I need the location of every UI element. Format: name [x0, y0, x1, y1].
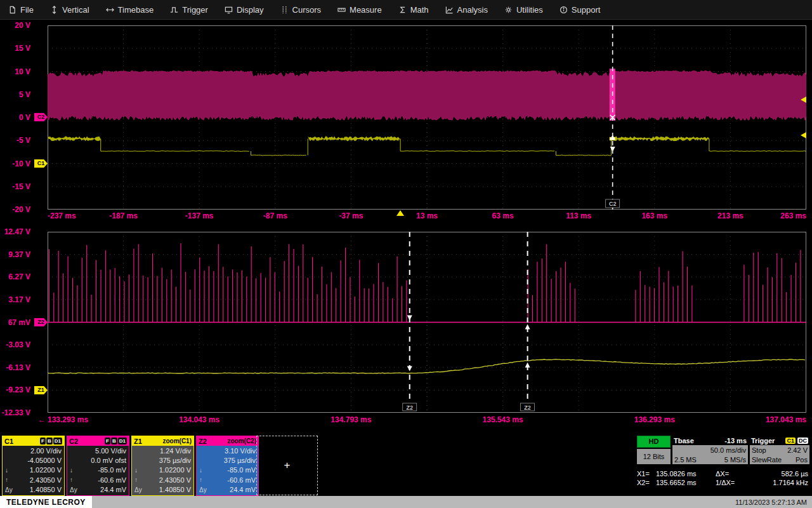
x-axis-label: 133.293 ms [48, 415, 88, 424]
line-prefix: Δy [70, 486, 77, 493]
zoom-grid-x-axis: 133.293 ms134.043 ms134.793 ms135.543 ms… [48, 415, 806, 425]
menu-item-measure[interactable]: Measure [329, 0, 390, 19]
main-grid-plot[interactable]: C2 [48, 25, 806, 210]
x-axis-label: -237 ms [48, 211, 76, 220]
analysis-icon [445, 6, 454, 14]
trace-descriptor-header: C1FBD1 [3, 436, 64, 446]
trace-c2 [48, 70, 806, 120]
invdx-label: 1/ΔX= [716, 479, 746, 486]
y-axis-label: 20 V [15, 21, 30, 30]
badge-d1: D1 [118, 438, 127, 444]
trace-zoom-source: zoom(C2) [227, 438, 256, 444]
descriptor-line: 3.10 V/div [197, 446, 258, 455]
channel-tag-z1[interactable]: Z1 [34, 386, 48, 394]
adc-bits-box[interactable]: 12 Bits [637, 449, 671, 464]
hd-mode-badge[interactable]: HD [637, 436, 671, 448]
line-prefix: Δy [134, 486, 142, 493]
tbase-delay: -13 ms [724, 437, 747, 444]
tbase-samples: 2.5 MS [674, 456, 697, 464]
zoom-grid-plot[interactable]: Z2Z2 [48, 232, 806, 413]
x-axis-label: -137 ms [185, 211, 214, 220]
cursor-readout: X1= 135.0826 ms ΔX= 582.6 µs X2= 135.665… [637, 469, 811, 487]
trigger-coupling-badge: DC [797, 438, 808, 444]
descriptor-line: 2.00 V/div [3, 446, 64, 455]
menu-item-label: Measure [350, 5, 382, 15]
x-axis-label: 135.543 ms [483, 415, 523, 424]
menu-item-display[interactable]: Display [216, 0, 272, 19]
line-value: 2.00 V/div [30, 447, 62, 455]
x1-value: 135.0826 ms [656, 470, 716, 478]
file-icon [8, 6, 16, 14]
x-axis-label: -187 ms [109, 211, 138, 220]
timebase-descriptor[interactable]: Tbase -13 ms 50.0 ms/div 2.5 MS 5 MS/s [672, 436, 748, 464]
y-axis-label: 3.17 V [8, 295, 30, 304]
trace-descriptor-z1[interactable]: Z1zoom(C1)1.24 V/div375 µs/div↓1.02200 V… [131, 436, 194, 496]
trigger-icon [170, 6, 178, 14]
add-trace-box[interactable]: + [256, 436, 318, 495]
trigger-descriptor[interactable]: Trigger C1 DC Stop 2.42 V SlewRate Pos [750, 436, 809, 464]
trace-label: C2 [69, 438, 78, 445]
trace-descriptor-z2[interactable]: Z2zoom(C2)3.10 V/div375 µs/div↓-85.0 mV↑… [196, 436, 259, 496]
line-value: -60.6 mV [227, 476, 256, 484]
channel-tag-z2[interactable]: Z2 [34, 318, 48, 326]
trigger-slope: Pos [796, 456, 808, 464]
menu-item-vertical[interactable]: Vertical [42, 0, 98, 19]
main-grid[interactable]: C2 [48, 25, 806, 210]
badge-b: B [46, 438, 53, 444]
menu-item-support[interactable]: Support [551, 0, 609, 19]
trigger-title: Trigger [751, 437, 775, 444]
descriptor-line: 5.00 V/div [67, 446, 129, 455]
y-axis-label: 12.47 V [4, 227, 30, 236]
y-axis-label: -6.13 V [6, 363, 30, 372]
cursor-label: C2 [609, 201, 617, 207]
trace-descriptor-c1[interactable]: C1FBD12.00 V/div-4.05000 V↓1.02200 V↑2.4… [2, 436, 65, 496]
menu-item-label: Cursors [292, 5, 322, 15]
menu-item-label: File [20, 5, 34, 15]
menu-item-math[interactable]: Math [390, 0, 437, 19]
descriptor-line: Δy24.4 mV [197, 485, 258, 495]
menu-item-file[interactable]: File [0, 0, 42, 19]
y-axis-label: -5 V [16, 136, 30, 145]
cursor-label: Z2 [406, 404, 413, 411]
menu-item-label: Analysis [457, 5, 488, 15]
descriptor-line: 375 µs/div [197, 455, 258, 465]
line-prefix: Δy [5, 486, 13, 493]
menu-item-timebase[interactable]: Timebase [98, 0, 162, 19]
y-axis-label: 6.27 V [8, 272, 30, 281]
y-axis-label: -10 V [12, 159, 30, 168]
line-value: 2.43050 V [159, 476, 191, 484]
line-prefix: Δy [199, 486, 207, 493]
main-grid-x-axis: -237 ms-187 ms-137 ms-87 ms-37 ms13 ms63… [48, 211, 806, 221]
brand-logo: TELEDYNE LECROY [0, 496, 92, 508]
trace-badges: FBD1 [105, 438, 127, 444]
y-axis-label: 9.37 V [8, 250, 30, 259]
line-value: -85.0 mV [98, 466, 126, 474]
trigger-position-marker[interactable] [396, 210, 404, 216]
x-axis-label: 113 ms [566, 211, 591, 220]
y-axis-label: -3.03 V [6, 340, 30, 349]
zoom-grid[interactable]: Z2Z2 [48, 232, 806, 413]
menu-item-label: Trigger [182, 5, 208, 15]
trace-descriptor-c2[interactable]: C2FBD15.00 V/div0.0 mV ofst↓-85.0 mV↑-60… [67, 436, 129, 496]
line-value: 2.43050 V [30, 476, 62, 484]
channel-tag-c1[interactable]: C1 [34, 159, 48, 168]
menu-item-label: Vertical [62, 5, 89, 15]
menu-item-label: Display [237, 5, 264, 15]
x2-label: X2= [637, 479, 656, 486]
menu-item-cursors[interactable]: Cursors [272, 0, 330, 19]
descriptor-line: ↓1.02200 V [3, 465, 64, 475]
cursors-icon [280, 6, 289, 14]
dx-value: 582.6 µs [746, 470, 811, 478]
x-axis-label: -87 ms [263, 211, 287, 220]
trace-c1 [556, 155, 611, 156]
badge-b: B [111, 438, 117, 444]
main-grid-y-axis: 20 V15 V10 V5 V0 V-5 V-10 V-15 V-20 V [0, 25, 32, 210]
channel-tag-c2[interactable]: C2 [34, 113, 48, 121]
descriptor-line: 375 µs/div [132, 455, 193, 465]
menu-item-trigger[interactable]: Trigger [162, 0, 216, 19]
line-value: 1.40850 V [30, 486, 62, 493]
trace-badges: FBD1 [40, 438, 62, 444]
menu-item-analysis[interactable]: Analysis [437, 0, 496, 19]
menu-item-utilities[interactable]: Utilities [496, 0, 551, 19]
line-prefix: ↓ [5, 467, 8, 474]
